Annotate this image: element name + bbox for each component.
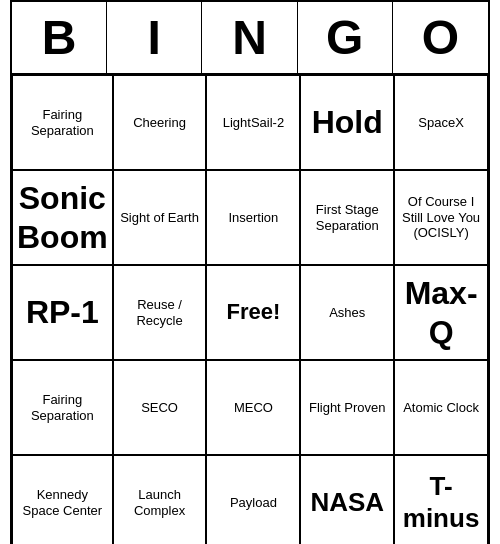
header-letter: I [107,2,202,73]
bingo-cell: LightSail-2 [206,75,300,170]
header-letter: N [202,2,297,73]
bingo-cell: Payload [206,455,300,544]
bingo-cell: Flight Proven [300,360,394,455]
header-letter: O [393,2,488,73]
bingo-cell: Fairing Separation [12,75,113,170]
bingo-cell: SpaceX [394,75,488,170]
bingo-cell: Ashes [300,265,394,360]
bingo-cell: Hold [300,75,394,170]
bingo-cell: RP-1 [12,265,113,360]
bingo-cell: First Stage Separation [300,170,394,265]
bingo-cell: Reuse / Recycle [113,265,207,360]
header-letter: G [298,2,393,73]
bingo-cell: MECO [206,360,300,455]
bingo-cell: Max-Q [394,265,488,360]
bingo-header: BINGO [12,2,488,75]
bingo-cell: NASA [300,455,394,544]
bingo-cell: SECO [113,360,207,455]
bingo-cell: Free! [206,265,300,360]
bingo-cell: Launch Complex [113,455,207,544]
bingo-cell: Of Course I Still Love You (OCISLY) [394,170,488,265]
bingo-cell: Fairing Separation [12,360,113,455]
bingo-cell: Insertion [206,170,300,265]
bingo-cell: Atomic Clock [394,360,488,455]
bingo-cell: T-minus [394,455,488,544]
bingo-cell: Sight of Earth [113,170,207,265]
bingo-cell: Kennedy Space Center [12,455,113,544]
header-letter: B [12,2,107,73]
bingo-cell: Sonic Boom [12,170,113,265]
bingo-cell: Cheering [113,75,207,170]
bingo-card: BINGO Fairing SeparationCheeringLightSai… [10,0,490,544]
bingo-grid: Fairing SeparationCheeringLightSail-2Hol… [12,75,488,544]
